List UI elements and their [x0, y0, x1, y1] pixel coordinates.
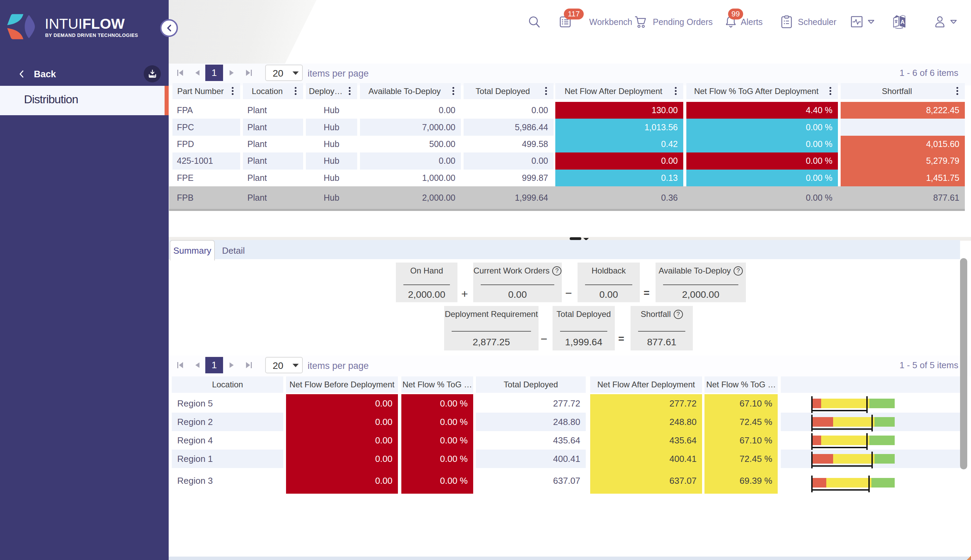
svg-text:A: A: [901, 19, 905, 25]
